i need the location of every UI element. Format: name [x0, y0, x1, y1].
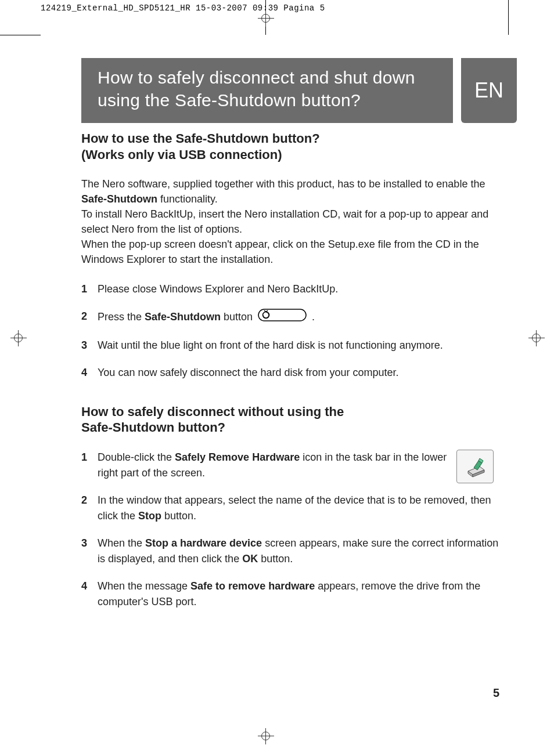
heading-line: (Works only via USB connection) [81, 147, 282, 162]
step-number: 4 [81, 365, 89, 381]
text: button. [161, 510, 196, 522]
bold-text: Stop a hardware device [145, 537, 262, 549]
page-title: How to safely disconnect and shut down u… [81, 58, 453, 123]
list-item: 4 You can now safely disconnect the hard… [81, 365, 499, 381]
page: How to safely disconnect and shut down u… [41, 35, 517, 719]
step-number: 3 [81, 338, 89, 353]
text: The Nero software, supplied together wit… [81, 178, 485, 190]
step-number: 1 [81, 450, 89, 465]
list-item: 3 When the Stop a hardware device screen… [81, 536, 499, 567]
heading-line: How to use the Safe-Shutdown button? [81, 131, 320, 146]
step-text: Please close Windows Explorer and Nero B… [98, 281, 499, 297]
crop-mark [0, 35, 41, 35]
section-heading: How to use the Safe-Shutdown button? (Wo… [81, 131, 499, 162]
title-line-2: using the Safe-Shutdown button? [98, 89, 441, 111]
text: To install Nero BackItUp, insert the Ner… [81, 208, 488, 235]
list-item: 1 Please close Windows Explorer and Nero… [81, 281, 499, 297]
bold-text: Safely Remove Hardware [175, 451, 300, 463]
step-text: In the window that appears, select the n… [98, 493, 499, 524]
step-number: 3 [81, 536, 89, 551]
step-text: Press the Safe-Shutdown button . [98, 309, 499, 326]
step-text: Double-click the Safely Remove Hardware … [98, 450, 447, 481]
step-text: You can now safely disconnect the hard d… [98, 365, 499, 381]
registration-mark-icon [528, 330, 545, 346]
safely-remove-hardware-icon [456, 450, 494, 483]
heading-line: How to safely disconnect without using t… [81, 404, 344, 419]
text: Press the [98, 310, 145, 322]
list-item: 1 Double-click the Safely Remove Hardwar… [81, 450, 499, 481]
title-line-1: How to safely disconnect and shut down [98, 66, 441, 89]
title-row: How to safely disconnect and shut down u… [81, 58, 517, 123]
steps-list: 1 Double-click the Safely Remove Hardwar… [81, 450, 499, 610]
bold-text: Safe to remove hardware [190, 580, 315, 592]
steps-list: 1 Please close Windows Explorer and Nero… [81, 281, 499, 381]
registration-mark-icon [258, 728, 274, 744]
bold-text: Safe-Shutdown [145, 310, 221, 322]
text: When the pop-up screen doesn't appear, c… [81, 238, 479, 265]
step-number: 4 [81, 578, 89, 594]
print-header: 124219_External_HD_SPD5121_HR 15-03-2007… [41, 3, 325, 13]
text: button [221, 310, 256, 322]
text: . [312, 310, 315, 322]
text: When the [98, 537, 145, 549]
bold-text: Stop [138, 510, 161, 522]
text: functionality. [157, 193, 218, 205]
content: How to use the Safe-Shutdown button? (Wo… [81, 131, 499, 621]
list-item: 2 In the window that appears, select the… [81, 493, 499, 524]
step-text: Wait until the blue light on front of th… [98, 338, 499, 353]
list-item: 2 Press the Safe-Shutdown button . [81, 309, 499, 326]
heading-line: Safe-Shutdown button? [81, 420, 225, 435]
bold-text: OK [242, 553, 258, 565]
registration-mark-icon [258, 10, 274, 27]
step-number: 2 [81, 309, 89, 324]
step-number: 1 [81, 281, 89, 297]
list-item: 3 Wait until the blue light on front of … [81, 338, 499, 353]
step-text: When the message Safe to remove hardware… [98, 578, 499, 610]
safe-shutdown-button-icon [258, 309, 307, 326]
step-number: 2 [81, 493, 89, 508]
section-heading: How to safely disconnect without using t… [81, 404, 499, 436]
text: button. [258, 553, 293, 565]
bold-text: Safe-Shutdown [81, 193, 157, 205]
language-badge: EN [461, 58, 517, 123]
intro-paragraph: The Nero software, supplied together wit… [81, 176, 499, 267]
step-text: When the Stop a hardware device screen a… [98, 536, 499, 567]
page-number: 5 [493, 686, 499, 700]
list-item: 4 When the message Safe to remove hardwa… [81, 578, 499, 610]
registration-mark-icon [10, 330, 27, 346]
text: When the message [98, 580, 190, 592]
crop-mark [508, 0, 509, 35]
text: Double-click the [98, 451, 175, 463]
